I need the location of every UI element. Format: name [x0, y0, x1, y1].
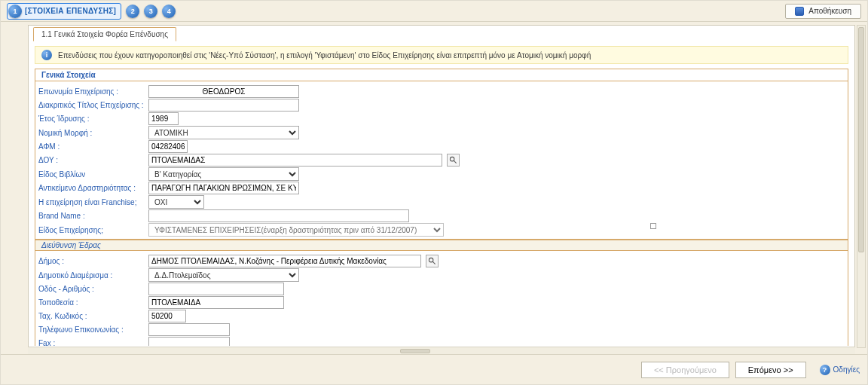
vertical-scrollbar-thumb[interactable]	[858, 27, 864, 252]
label-odos: Οδός - Αριθμός :	[38, 285, 144, 293]
main-panel: 1.1 Γενικά Στοιχεία Φορέα Επένδυσης i Επ…	[28, 25, 855, 348]
section-address-header: Διεύθυνση Έδρας	[35, 240, 848, 251]
prev-button: << Προηγούμενο	[641, 362, 729, 378]
step-3[interactable]: 3	[144, 5, 157, 18]
input-eponymia[interactable]	[148, 85, 299, 98]
input-doy[interactable]	[148, 154, 442, 167]
label-dimos: Δήμος :	[38, 257, 144, 265]
help-label: Οδηγίες	[833, 365, 860, 374]
subsection-tab[interactable]: 1.1 Γενικά Στοιχεία Φορέα Επένδυσης	[33, 27, 176, 41]
horizontal-scrollbar[interactable]	[28, 347, 855, 354]
save-icon	[795, 7, 804, 16]
label-brand: Brand Name :	[38, 212, 144, 220]
input-topo[interactable]	[148, 296, 284, 309]
label-diakritikos: Διακριτικός Τίτλος Επιχείρισης :	[38, 101, 144, 109]
label-tel: Τηλέφωνο Επικοινωνίας :	[38, 325, 144, 334]
label-fax: Fax :	[38, 339, 144, 346]
select-eidos: ΥΦΙΣΤΑΜΕΝΕΣ ΕΠΙΧΕΙΡΗΣΕΙΣ(έναρξη δραστηρι…	[148, 223, 444, 237]
input-fax[interactable]	[148, 337, 230, 346]
input-diakritikos[interactable]	[148, 99, 299, 112]
vertical-scrollbar[interactable]	[857, 25, 866, 348]
label-etos: Έτος Ίδρυσης :	[38, 115, 144, 123]
label-nomiki: Νομική Μορφή :	[38, 129, 144, 137]
step-2[interactable]: 2	[126, 5, 139, 18]
input-dimos[interactable]	[148, 255, 421, 267]
save-button[interactable]: Αποθήκευση	[785, 4, 861, 19]
input-odos[interactable]	[148, 283, 284, 295]
label-topo: Τοποθεσία :	[38, 298, 144, 307]
doy-lookup-button[interactable]	[447, 154, 460, 167]
input-brand[interactable]	[148, 209, 409, 222]
help-icon: ?	[820, 365, 830, 375]
step-toolbar: 1 [ΣΤΟΙΧΕΙΑ ΕΠΕΝΔΥΣΗΣ] 2 3 4 Αποθήκευση	[1, 1, 867, 22]
svg-point-0	[450, 157, 454, 161]
step-4[interactable]: 4	[162, 5, 176, 18]
left-margin	[1, 22, 23, 354]
input-tk[interactable]	[148, 310, 186, 322]
label-franchise: Η επιχείρηση είναι Franchise;	[38, 198, 144, 206]
select-nomiki[interactable]: ΑΤΟΜΙΚΗ	[148, 126, 299, 139]
info-banner: i Επενδύσεις που έχουν κατηγοροποιηθεί σ…	[35, 46, 848, 64]
address-fields: Δήμος : Δημοτικό Διαμέρισμα : Δ.Δ.Πτολεμ…	[35, 251, 848, 346]
section-general-header: Γενικά Στοιχεία	[35, 69, 848, 81]
select-franchise[interactable]: ΟΧΙ	[148, 195, 204, 209]
search-icon	[428, 257, 436, 265]
svg-line-3	[432, 261, 435, 264]
general-fields: Επωνυμία Επιχείρισης : Διακριτικός Τίτλο…	[35, 81, 848, 240]
save-button-label: Αποθήκευση	[808, 7, 851, 15]
input-etos[interactable]	[148, 112, 179, 125]
input-afm[interactable]	[148, 140, 188, 153]
label-tk: Ταχ. Κωδικός :	[38, 312, 144, 320]
label-eponymia: Επωνυμία Επιχείρισης :	[38, 87, 144, 96]
step-1-active[interactable]: 1 [ΣΤΟΙΧΕΙΑ ΕΠΕΝΔΥΣΗΣ]	[7, 3, 121, 20]
input-antikeimeno[interactable]	[148, 182, 299, 194]
label-eidos: Είδος Επιχείρησης;	[38, 226, 144, 234]
search-icon	[449, 156, 457, 164]
info-icon: i	[41, 50, 52, 60]
label-doy: ΔΟΥ :	[38, 156, 144, 164]
dimos-lookup-button[interactable]	[426, 255, 439, 267]
horizontal-scrollbar-thumb[interactable]	[400, 349, 430, 353]
help-link[interactable]: ? Οδηγίες	[820, 365, 860, 375]
svg-point-2	[429, 258, 433, 262]
label-biblia: Είδος Βιβλίων	[38, 170, 144, 179]
info-text: Επενδύσεις που έχουν κατηγοροποιηθεί στι…	[58, 51, 591, 60]
scroll-area[interactable]: 1.1 Γενικά Στοιχεία Φορέα Επένδυσης i Επ…	[30, 27, 853, 346]
label-antikeimeno: Αντικείμενο Δραστηριότητας :	[38, 184, 144, 192]
label-dd: Δημοτικό Διαμέρισμα :	[38, 271, 144, 280]
select-dd[interactable]: Δ.Δ.Πτολεμαϊδος	[148, 268, 299, 282]
select-biblia[interactable]: Β' Κατηγορίας	[148, 167, 299, 181]
input-tel[interactable]	[148, 323, 230, 336]
footer-bar: << Προηγούμενο Επόμενο >> ? Οδηγίες	[1, 354, 867, 384]
step-1-label: [ΣΤΟΙΧΕΙΑ ΕΠΕΝΔΥΣΗΣ]	[25, 7, 116, 15]
decorative-square	[650, 223, 656, 229]
step-1-badge: 1	[8, 5, 22, 18]
label-afm: ΑΦΜ :	[38, 142, 144, 151]
app-window: 1 [ΣΤΟΙΧΕΙΑ ΕΠΕΝΔΥΣΗΣ] 2 3 4 Αποθήκευση …	[0, 0, 868, 385]
next-button[interactable]: Επόμενο >>	[735, 362, 806, 378]
svg-line-1	[454, 160, 456, 163]
